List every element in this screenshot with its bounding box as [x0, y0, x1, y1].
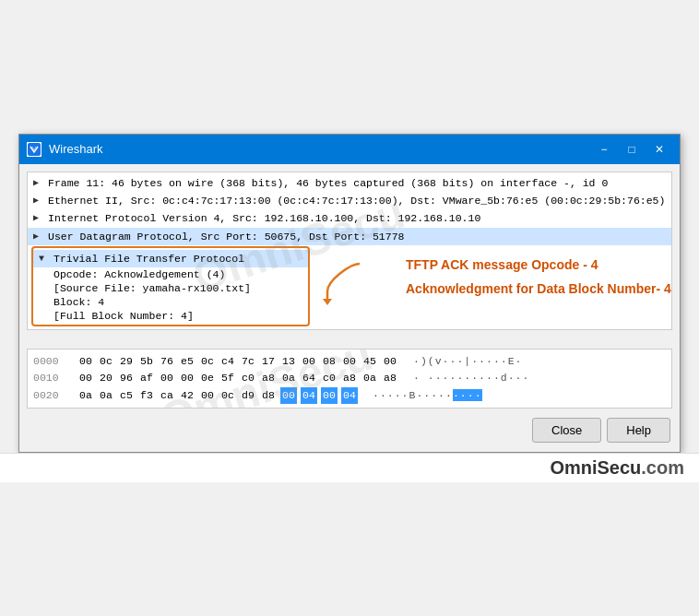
tftp-block-row[interactable]: Block: 4: [33, 295, 308, 309]
window-controls: − □ ✕: [591, 140, 672, 159]
hex-byte: 29: [118, 353, 135, 370]
hex-byte: 0c: [199, 353, 216, 370]
hex-byte: 00: [199, 387, 216, 404]
bottom-bar: Close Help: [27, 414, 672, 444]
hex-byte: 7c: [240, 353, 256, 370]
hex-byte: 00: [301, 353, 317, 370]
hex-panel: 0000 00 0c 29 5b 76 e5 0c c4 7c 17 13 00…: [27, 349, 672, 409]
expand-icon: ▶: [33, 194, 44, 207]
hex-offset-0020: 0020: [33, 387, 63, 404]
hex-byte: d8: [260, 387, 277, 404]
tftp-header-row[interactable]: ▼ Trivial File Transfer Protocol: [33, 250, 308, 267]
expand-icon: ▶: [33, 176, 44, 190]
tftp-fullblock-text: [Full Block Number: 4]: [53, 310, 194, 322]
tftp-block-text: Block: 4: [53, 296, 104, 308]
maximize-button[interactable]: □: [619, 140, 645, 159]
hex-byte: 13: [280, 353, 297, 370]
hex-byte: a8: [260, 370, 277, 386]
callout-text-area: TFTP ACK message Opcode - 4 Acknowledgme…: [369, 249, 671, 297]
help-button[interactable]: Help: [607, 418, 670, 443]
ethernet-text: Ethernet II, Src: 0c:c4:7c:17:13:00 (0c:…: [48, 193, 665, 208]
hex-byte: 0a: [361, 370, 378, 386]
packet-rows: ▶ Frame 11: 46 bytes on wire (368 bits),…: [28, 172, 671, 329]
hex-byte: ca: [159, 387, 175, 404]
hex-byte: 00: [77, 353, 94, 370]
tftp-source-text: [Source File: yamaha-rx100.txt]: [53, 282, 251, 294]
callout-arrow: [323, 255, 369, 305]
hex-byte: 00: [382, 353, 398, 370]
hex-byte: 0a: [280, 370, 297, 386]
hex-byte: af: [138, 370, 155, 386]
frame-row[interactable]: ▶ Frame 11: 46 bytes on wire (368 bits),…: [28, 174, 671, 192]
hex-row-0010: 0010 00 20 96 af 00 00 0e 5f c0 a8 0a 64…: [33, 370, 666, 386]
hex-byte: 0a: [77, 387, 94, 404]
brand-omni: OmniSecu: [550, 457, 641, 478]
hex-bytes-0010: 00 20 96 af 00 00 0e 5f c0 a8 0a 64 c0 a…: [77, 370, 398, 386]
close-window-button[interactable]: ✕: [646, 140, 672, 159]
hex-byte-highlighted: 00: [321, 387, 338, 404]
hex-byte: 5b: [138, 353, 155, 370]
wireshark-icon: [27, 142, 41, 157]
hex-byte: 08: [321, 353, 338, 370]
window-title: Wireshark: [49, 142, 591, 156]
expand-icon: ▼: [39, 252, 50, 266]
panel-separator: [27, 336, 672, 339]
hex-byte: 64: [301, 370, 317, 386]
window-body: ▶ Frame 11: 46 bytes on wire (368 bits),…: [19, 164, 680, 452]
wireshark-window: Wireshark − □ ✕ ▶ Frame 11: 46 bytes on …: [18, 134, 681, 453]
hex-ascii-0010: · ··········d···: [413, 370, 529, 386]
minimize-button[interactable]: −: [591, 140, 617, 159]
hex-row-0000: 0000 00 0c 29 5b 76 e5 0c c4 7c 17 13 00…: [33, 353, 666, 370]
tftp-opcode-row[interactable]: Opcode: Acknowledgement (4): [33, 267, 308, 281]
callout-line1: TFTP ACK message Opcode - 4: [406, 256, 671, 273]
tftp-header-text: Trivial File Transfer Protocol: [53, 251, 244, 267]
hex-byte: 96: [118, 370, 135, 386]
hex-byte-highlighted: 04: [341, 387, 358, 404]
brand-dotcom: .com: [641, 457, 684, 478]
hex-bytes-0020: 0a 0a c5 f3 ca 42 00 0c d9 d8 00 04 00 0…: [77, 387, 358, 404]
hex-ascii-0020: ·····B·········: [373, 387, 482, 404]
hex-byte: 17: [260, 353, 277, 370]
callout-line2: Acknowledgment for Data Block Number- 4: [406, 280, 671, 297]
hex-byte: 0c: [219, 387, 236, 404]
hex-byte: 45: [361, 353, 378, 370]
hex-byte: 00: [77, 370, 94, 386]
svg-marker-1: [323, 299, 332, 305]
hex-byte: a8: [382, 370, 398, 386]
tftp-fullblock-row[interactable]: [Full Block Number: 4]: [33, 309, 308, 323]
hex-byte: d9: [240, 387, 256, 404]
hex-offset-0000: 0000: [33, 353, 63, 370]
hex-byte-highlighted: 04: [301, 387, 317, 404]
ethernet-row[interactable]: ▶ Ethernet II, Src: 0c:c4:7c:17:13:00 (0…: [28, 192, 671, 209]
hex-byte: 76: [159, 353, 175, 370]
hex-byte: 0e: [199, 370, 216, 386]
hex-byte: 0a: [98, 387, 114, 404]
close-button[interactable]: Close: [532, 418, 601, 443]
hex-byte: 00: [159, 370, 175, 386]
ip-row[interactable]: ▶ Internet Protocol Version 4, Src: 192.…: [28, 209, 671, 227]
udp-row[interactable]: ▶ User Datagram Protocol, Src Port: 5067…: [28, 228, 671, 245]
hex-byte: 00: [179, 370, 195, 386]
hex-byte: 20: [98, 370, 114, 386]
footer-bar: OmniSecu.com: [0, 453, 699, 482]
expand-icon: ▶: [33, 230, 44, 243]
hex-row-0020: 0020 0a 0a c5 f3 ca 42 00 0c d9 d8 00 04…: [33, 387, 666, 404]
hex-offset-0010: 0010: [33, 370, 63, 386]
hex-byte: f3: [138, 387, 155, 404]
hex-byte: 0c: [98, 353, 114, 370]
hex-bytes-0000: 00 0c 29 5b 76 e5 0c c4 7c 17 13 00 08 0…: [77, 353, 398, 370]
hex-byte: 42: [179, 387, 195, 404]
hex-ascii-0000: ·)(v···|·····E·: [413, 353, 523, 370]
tftp-section: ▼ Trivial File Transfer Protocol Opcode:…: [28, 245, 671, 327]
packet-detail-panel: ▶ Frame 11: 46 bytes on wire (368 bits),…: [27, 172, 672, 330]
hex-byte: c5: [118, 387, 135, 404]
hex-byte-highlighted: 00: [280, 387, 297, 404]
ip-text: Internet Protocol Version 4, Src: 192.16…: [48, 210, 480, 226]
tftp-opcode-text: Opcode: Acknowledgement (4): [53, 268, 225, 280]
frame-text: Frame 11: 46 bytes on wire (368 bits), 4…: [48, 175, 608, 191]
hex-byte: c0: [321, 370, 338, 386]
tftp-source-row[interactable]: [Source File: yamaha-rx100.txt]: [33, 281, 308, 295]
tftp-box: ▼ Trivial File Transfer Protocol Opcode:…: [31, 246, 310, 326]
hex-byte: a8: [341, 370, 358, 386]
expand-icon: ▶: [33, 211, 44, 225]
